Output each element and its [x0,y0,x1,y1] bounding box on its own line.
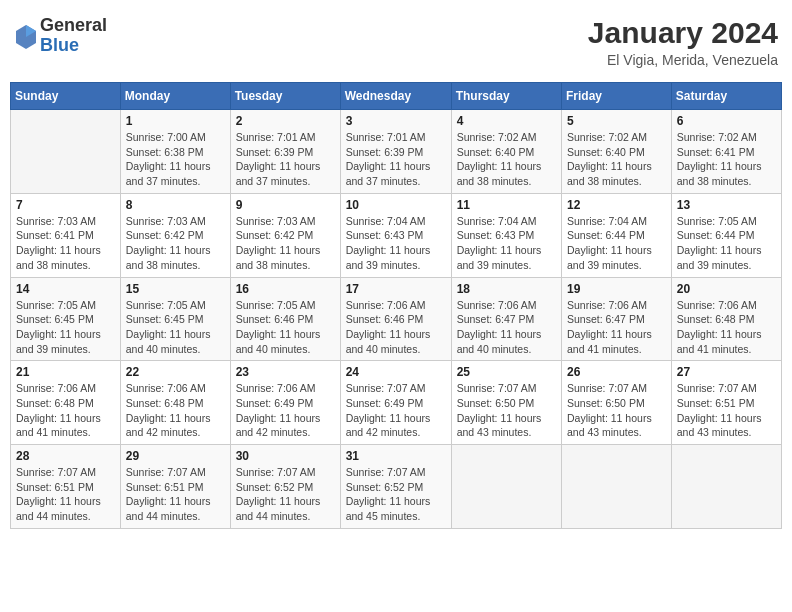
day-number: 23 [236,365,335,379]
calendar-cell: 29Sunrise: 7:07 AM Sunset: 6:51 PM Dayli… [120,445,230,529]
calendar-cell: 4Sunrise: 7:02 AM Sunset: 6:40 PM Daylig… [451,110,561,194]
day-detail: Sunrise: 7:02 AM Sunset: 6:41 PM Dayligh… [677,130,776,189]
calendar-cell: 23Sunrise: 7:06 AM Sunset: 6:49 PM Dayli… [230,361,340,445]
day-detail: Sunrise: 7:06 AM Sunset: 6:48 PM Dayligh… [677,298,776,357]
day-detail: Sunrise: 7:06 AM Sunset: 6:47 PM Dayligh… [457,298,556,357]
day-detail: Sunrise: 7:04 AM Sunset: 6:43 PM Dayligh… [346,214,446,273]
calendar-cell: 10Sunrise: 7:04 AM Sunset: 6:43 PM Dayli… [340,193,451,277]
day-number: 31 [346,449,446,463]
calendar-cell: 22Sunrise: 7:06 AM Sunset: 6:48 PM Dayli… [120,361,230,445]
day-number: 30 [236,449,335,463]
day-number: 16 [236,282,335,296]
calendar-cell: 18Sunrise: 7:06 AM Sunset: 6:47 PM Dayli… [451,277,561,361]
day-number: 1 [126,114,225,128]
day-header-friday: Friday [562,83,672,110]
calendar-cell: 17Sunrise: 7:06 AM Sunset: 6:46 PM Dayli… [340,277,451,361]
location: El Vigia, Merida, Venezuela [588,52,778,68]
day-number: 9 [236,198,335,212]
day-number: 6 [677,114,776,128]
logo-text: General Blue [40,16,107,56]
calendar-cell [671,445,781,529]
logo: General Blue [14,16,107,56]
day-detail: Sunrise: 7:05 AM Sunset: 6:45 PM Dayligh… [126,298,225,357]
day-number: 29 [126,449,225,463]
title-block: January 2024 El Vigia, Merida, Venezuela [588,16,778,68]
calendar-cell: 30Sunrise: 7:07 AM Sunset: 6:52 PM Dayli… [230,445,340,529]
calendar-week-3: 21Sunrise: 7:06 AM Sunset: 6:48 PM Dayli… [11,361,782,445]
day-header-wednesday: Wednesday [340,83,451,110]
calendar-cell: 7Sunrise: 7:03 AM Sunset: 6:41 PM Daylig… [11,193,121,277]
day-number: 11 [457,198,556,212]
calendar-cell: 14Sunrise: 7:05 AM Sunset: 6:45 PM Dayli… [11,277,121,361]
day-number: 25 [457,365,556,379]
calendar-cell: 6Sunrise: 7:02 AM Sunset: 6:41 PM Daylig… [671,110,781,194]
day-number: 17 [346,282,446,296]
day-detail: Sunrise: 7:07 AM Sunset: 6:51 PM Dayligh… [677,381,776,440]
calendar-cell: 1Sunrise: 7:00 AM Sunset: 6:38 PM Daylig… [120,110,230,194]
calendar-cell [11,110,121,194]
day-number: 7 [16,198,115,212]
day-detail: Sunrise: 7:00 AM Sunset: 6:38 PM Dayligh… [126,130,225,189]
calendar-cell: 11Sunrise: 7:04 AM Sunset: 6:43 PM Dayli… [451,193,561,277]
day-number: 2 [236,114,335,128]
calendar-cell: 5Sunrise: 7:02 AM Sunset: 6:40 PM Daylig… [562,110,672,194]
calendar-cell: 24Sunrise: 7:07 AM Sunset: 6:49 PM Dayli… [340,361,451,445]
day-number: 20 [677,282,776,296]
day-detail: Sunrise: 7:06 AM Sunset: 6:47 PM Dayligh… [567,298,666,357]
calendar-week-0: 1Sunrise: 7:00 AM Sunset: 6:38 PM Daylig… [11,110,782,194]
day-detail: Sunrise: 7:01 AM Sunset: 6:39 PM Dayligh… [236,130,335,189]
day-number: 4 [457,114,556,128]
day-number: 22 [126,365,225,379]
day-number: 26 [567,365,666,379]
calendar-cell: 19Sunrise: 7:06 AM Sunset: 6:47 PM Dayli… [562,277,672,361]
calendar-cell [451,445,561,529]
calendar-cell: 20Sunrise: 7:06 AM Sunset: 6:48 PM Dayli… [671,277,781,361]
day-number: 8 [126,198,225,212]
calendar-cell: 12Sunrise: 7:04 AM Sunset: 6:44 PM Dayli… [562,193,672,277]
day-headers-row: SundayMondayTuesdayWednesdayThursdayFrid… [11,83,782,110]
day-header-tuesday: Tuesday [230,83,340,110]
day-detail: Sunrise: 7:01 AM Sunset: 6:39 PM Dayligh… [346,130,446,189]
day-number: 27 [677,365,776,379]
calendar-cell: 13Sunrise: 7:05 AM Sunset: 6:44 PM Dayli… [671,193,781,277]
day-detail: Sunrise: 7:04 AM Sunset: 6:43 PM Dayligh… [457,214,556,273]
calendar-cell: 9Sunrise: 7:03 AM Sunset: 6:42 PM Daylig… [230,193,340,277]
day-header-thursday: Thursday [451,83,561,110]
day-header-saturday: Saturday [671,83,781,110]
calendar-cell [562,445,672,529]
calendar-cell: 15Sunrise: 7:05 AM Sunset: 6:45 PM Dayli… [120,277,230,361]
page-header: General Blue January 2024 El Vigia, Meri… [10,10,782,74]
day-detail: Sunrise: 7:07 AM Sunset: 6:51 PM Dayligh… [16,465,115,524]
calendar-cell: 16Sunrise: 7:05 AM Sunset: 6:46 PM Dayli… [230,277,340,361]
logo-icon [14,23,38,51]
day-number: 14 [16,282,115,296]
day-detail: Sunrise: 7:07 AM Sunset: 6:51 PM Dayligh… [126,465,225,524]
calendar-cell: 27Sunrise: 7:07 AM Sunset: 6:51 PM Dayli… [671,361,781,445]
day-number: 18 [457,282,556,296]
calendar-week-1: 7Sunrise: 7:03 AM Sunset: 6:41 PM Daylig… [11,193,782,277]
day-detail: Sunrise: 7:03 AM Sunset: 6:42 PM Dayligh… [126,214,225,273]
day-detail: Sunrise: 7:07 AM Sunset: 6:52 PM Dayligh… [236,465,335,524]
day-detail: Sunrise: 7:05 AM Sunset: 6:45 PM Dayligh… [16,298,115,357]
day-detail: Sunrise: 7:06 AM Sunset: 6:48 PM Dayligh… [16,381,115,440]
day-detail: Sunrise: 7:05 AM Sunset: 6:46 PM Dayligh… [236,298,335,357]
day-header-monday: Monday [120,83,230,110]
day-number: 24 [346,365,446,379]
day-detail: Sunrise: 7:07 AM Sunset: 6:50 PM Dayligh… [457,381,556,440]
day-number: 13 [677,198,776,212]
calendar-cell: 3Sunrise: 7:01 AM Sunset: 6:39 PM Daylig… [340,110,451,194]
day-number: 3 [346,114,446,128]
day-detail: Sunrise: 7:06 AM Sunset: 6:46 PM Dayligh… [346,298,446,357]
calendar-body: 1Sunrise: 7:00 AM Sunset: 6:38 PM Daylig… [11,110,782,529]
month-title: January 2024 [588,16,778,50]
calendar-cell: 31Sunrise: 7:07 AM Sunset: 6:52 PM Dayli… [340,445,451,529]
day-detail: Sunrise: 7:07 AM Sunset: 6:52 PM Dayligh… [346,465,446,524]
day-detail: Sunrise: 7:04 AM Sunset: 6:44 PM Dayligh… [567,214,666,273]
day-detail: Sunrise: 7:02 AM Sunset: 6:40 PM Dayligh… [457,130,556,189]
day-header-sunday: Sunday [11,83,121,110]
day-detail: Sunrise: 7:06 AM Sunset: 6:48 PM Dayligh… [126,381,225,440]
day-number: 10 [346,198,446,212]
calendar-week-4: 28Sunrise: 7:07 AM Sunset: 6:51 PM Dayli… [11,445,782,529]
day-detail: Sunrise: 7:03 AM Sunset: 6:41 PM Dayligh… [16,214,115,273]
day-number: 28 [16,449,115,463]
